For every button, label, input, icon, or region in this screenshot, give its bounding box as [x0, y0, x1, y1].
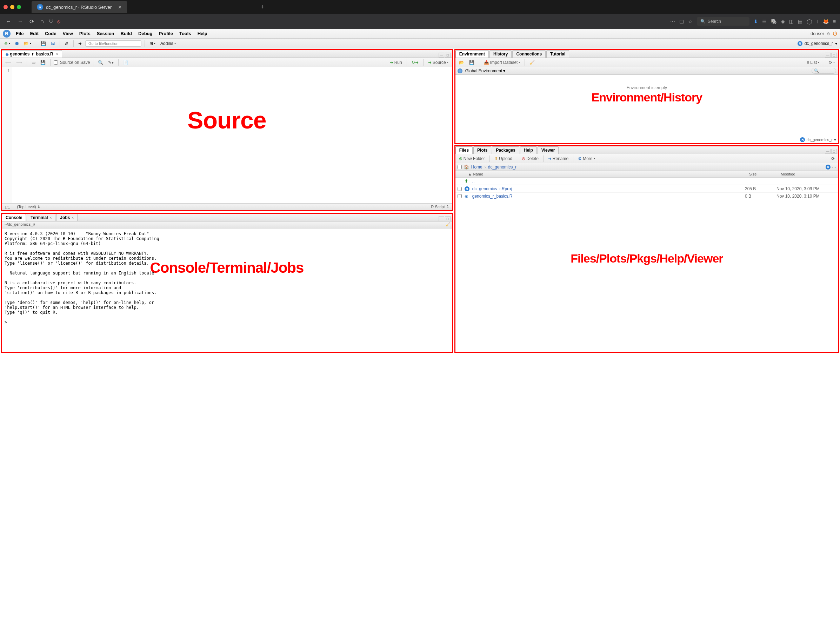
find-icon[interactable]: 🔍 [96, 59, 104, 66]
menu-session[interactable]: Session [97, 31, 114, 36]
reader-view-icon[interactable]: ▢ [679, 19, 684, 24]
browser-tab[interactable]: R dc_genomics_r · RStudio Server ✕ [32, 1, 127, 13]
view-list-button[interactable]: ≡ List ▾ [805, 59, 821, 66]
file-row[interactable]: ◉ genomics_r_basics.R 0 B Nov 10, 2020, … [455, 193, 838, 200]
file-checkbox[interactable] [458, 187, 462, 191]
rproject-icon[interactable]: R [826, 165, 831, 169]
code-editor[interactable] [12, 67, 452, 203]
bookmark-star-icon[interactable]: ☆ [688, 19, 693, 24]
path-more-icon[interactable]: ⋯ [832, 165, 836, 169]
maximize-window-button[interactable] [17, 5, 21, 9]
refresh-files-icon[interactable]: ⟳ [830, 155, 836, 162]
clear-env-icon[interactable]: 🧹 [528, 59, 536, 66]
extension-icon[interactable]: ◆ [781, 19, 785, 24]
save-file-button[interactable]: 💾 [39, 59, 47, 66]
open-file-button[interactable]: 📂▾ [22, 40, 33, 47]
new-project-button[interactable]: ⬢ [14, 40, 20, 47]
forward-nav-icon[interactable]: ⟹ [15, 59, 24, 66]
sign-out-icon[interactable]: ⎋ [827, 31, 830, 36]
save-all-button[interactable]: 🖫 [49, 40, 57, 47]
browser-search-input[interactable]: 🔍 Search [697, 17, 750, 25]
address-bar[interactable]: 🛡 ⦸ [49, 19, 667, 25]
menu-help[interactable]: Help [197, 31, 207, 36]
save-workspace-icon[interactable]: 💾 [468, 59, 476, 66]
rstudio-logo-icon[interactable]: R [3, 30, 11, 38]
project-name[interactable]: dc_genomics_r [805, 41, 833, 46]
forward-button[interactable]: → [16, 17, 25, 26]
tab-plots[interactable]: Plots [473, 146, 491, 154]
file-checkbox[interactable] [458, 194, 462, 198]
menu-debug[interactable]: Debug [138, 31, 152, 36]
new-tab-button[interactable]: + [261, 3, 264, 11]
editor-body[interactable]: 1 [2, 67, 452, 203]
clear-console-icon[interactable]: 🧹 [445, 222, 450, 227]
menu-file[interactable]: File [16, 31, 24, 36]
breadcrumb-folder[interactable]: dc_genomics_r [488, 165, 516, 169]
wand-icon[interactable]: ✎▾ [107, 59, 115, 66]
tab-viewer[interactable]: Viewer [538, 146, 559, 154]
grid-button[interactable]: ⊞▾ [148, 40, 157, 47]
env-footer-project[interactable]: R dc_genomics_r ▾ [800, 137, 836, 142]
import-dataset-button[interactable]: 📥 Import Dataset ▾ [482, 59, 522, 66]
tab-connections[interactable]: Connections [512, 50, 546, 58]
more-actions-icon[interactable]: ⋯ [670, 19, 675, 24]
refresh-env-icon[interactable]: ⟳▾ [827, 59, 836, 66]
menu-tools[interactable]: Tools [179, 31, 191, 36]
source-button[interactable]: ➜ Source ▾ [427, 59, 450, 66]
tab-jobs[interactable]: Jobs× [56, 214, 77, 221]
save-button[interactable]: 💾 [39, 40, 47, 47]
working-directory[interactable]: ~/dc_genomics_r/ [5, 222, 35, 226]
scope-selector[interactable]: (Top Level) ⇕ [17, 205, 40, 209]
col-modified[interactable]: Modified [778, 171, 838, 177]
show-in-new-window-icon[interactable]: ▭ [30, 59, 37, 66]
evernote-icon[interactable]: 🐘 [771, 19, 777, 24]
col-size[interactable]: Size [747, 171, 778, 177]
tab-environment[interactable]: Environment [455, 50, 489, 58]
tracking-protection-icon[interactable]: 🛡 [49, 19, 54, 24]
close-tab-icon[interactable]: ✕ [118, 5, 122, 10]
back-nav-icon[interactable]: ⟸ [4, 59, 13, 66]
downloads-icon[interactable]: ⬇ [754, 19, 758, 24]
hamburger-menu-icon[interactable]: ≡ [833, 19, 836, 24]
console-output[interactable]: R version 4.0.3 (2020-10-10) -- "Bunny-W… [2, 228, 452, 352]
tab-help[interactable]: Help [520, 146, 537, 154]
insecure-connection-icon[interactable]: ⦸ [57, 19, 60, 25]
tab-terminal[interactable]: Terminal× [27, 214, 55, 221]
run-button[interactable]: ➜ Run [388, 59, 404, 66]
close-tab-icon[interactable]: × [56, 52, 58, 56]
load-workspace-icon[interactable]: 📂 [458, 59, 466, 66]
compile-report-icon[interactable]: 📄 [122, 59, 130, 66]
print-button[interactable]: 🖨 [63, 40, 70, 47]
env-search-input[interactable]: 🔍 [812, 68, 836, 74]
maximize-pane-button[interactable]: ◻ [831, 149, 837, 154]
env-scope-selector[interactable]: Global Environment ▾ [465, 68, 505, 73]
new-file-button[interactable]: ⊕▾ [3, 40, 11, 47]
maximize-pane-button[interactable]: ◻ [445, 216, 450, 221]
home-button[interactable]: ⌂ [39, 17, 45, 26]
delete-button[interactable]: ⊘ Delete [520, 155, 540, 162]
more-button[interactable]: ⚙ More ▾ [576, 155, 596, 162]
home-icon[interactable]: 🏠 [464, 165, 469, 169]
menu-plots[interactable]: Plots [79, 31, 90, 36]
sidebar-toggle-icon[interactable]: ◫ [789, 19, 794, 24]
file-name[interactable]: dc_genomics_r.Rproj [472, 187, 745, 191]
maximize-pane-button[interactable]: ◻ [831, 53, 837, 58]
menu-build[interactable]: Build [121, 31, 132, 36]
go-to-arrow[interactable]: ➜ [77, 40, 83, 47]
source-on-save-checkbox[interactable] [54, 60, 58, 65]
addins-button[interactable]: Addins ▾ [159, 40, 177, 47]
fox-icon[interactable]: 🦊 [823, 19, 829, 24]
minimize-window-button[interactable] [10, 5, 14, 9]
re-run-button[interactable]: ↻➜ [410, 59, 420, 66]
back-button[interactable]: ← [4, 17, 13, 26]
breadcrumb-home[interactable]: Home [471, 165, 482, 169]
quit-session-icon[interactable]: ⏻ [833, 31, 837, 36]
select-all-checkbox[interactable] [458, 165, 462, 169]
ruler-icon[interactable]: ⦀ [816, 19, 819, 25]
tab-tutorial[interactable]: Tutorial [546, 50, 569, 58]
file-name[interactable]: genomics_r_basics.R [472, 194, 745, 199]
upload-button[interactable]: ⬆ Upload [493, 155, 514, 162]
menu-code[interactable]: Code [45, 31, 57, 36]
minimize-pane-button[interactable]: — [825, 53, 831, 58]
minimize-pane-button[interactable]: — [439, 216, 444, 221]
